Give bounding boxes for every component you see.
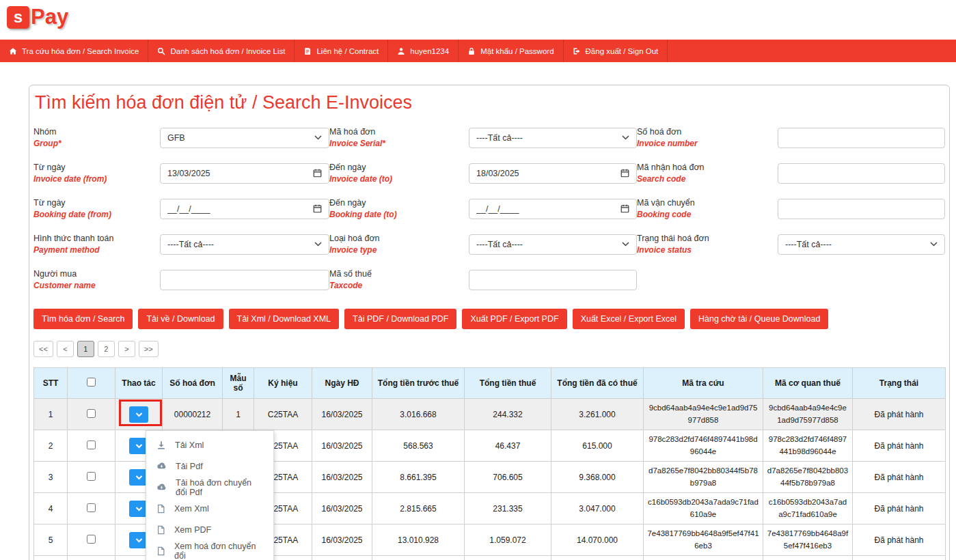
booking-code-input[interactable] bbox=[778, 199, 945, 219]
cell-tax-amount: 706.605 bbox=[465, 462, 551, 493]
invoice-date-to-input[interactable]: 18/03/2025 bbox=[469, 163, 637, 184]
column-header: Tổng tiền trước thuế bbox=[372, 368, 465, 399]
cell-lookup-code: c16b0593db2043a7ada9c71fad610a9e bbox=[644, 493, 763, 524]
pagination-first[interactable]: << bbox=[33, 341, 53, 357]
pagination-next[interactable]: > bbox=[118, 341, 135, 357]
label-vi: Đến ngày bbox=[329, 198, 462, 208]
cell-invoice-number: 00000212 bbox=[163, 399, 223, 430]
label-en: Booking code bbox=[637, 210, 771, 219]
cell-invoice-date: 16/03/2025 bbox=[312, 493, 372, 524]
table-header-row: STTThao tácSố hoá đơnMẫu sốKý hiệuNgày H… bbox=[34, 368, 946, 399]
search-code-input[interactable] bbox=[778, 163, 945, 184]
booking-date-to-field-cell: __/__/____ bbox=[469, 199, 637, 219]
nav-item-account[interactable]: huyen1234 bbox=[388, 40, 459, 62]
cell-tax-amount: 46.437 bbox=[465, 430, 551, 462]
nav-item-sign-out[interactable]: Đăng xuất / Sign Out bbox=[564, 40, 668, 62]
cell-invoice-date: 16/03/2025 bbox=[312, 430, 372, 462]
menu-item-view-converted[interactable]: Xem hoá đơn chuyển đổi bbox=[146, 540, 273, 560]
taxcode-input[interactable] bbox=[469, 270, 637, 290]
pagination-page-1[interactable]: 1 bbox=[77, 341, 94, 357]
booking-date-from-input[interactable]: __/__/____ bbox=[160, 199, 329, 219]
label-en: Invoice status bbox=[637, 245, 771, 255]
menu-item-download-pdf[interactable]: Tải Pdf bbox=[146, 456, 273, 477]
column-header: Thao tác bbox=[115, 368, 163, 399]
pagination-page-2[interactable]: 2 bbox=[98, 341, 115, 357]
cell-amount-total: 3.047.000 bbox=[551, 493, 644, 524]
queue-download-button[interactable]: Hàng chờ tải / Queue Download bbox=[690, 309, 828, 329]
download-button[interactable]: Tải về / Download bbox=[138, 309, 223, 329]
column-header: Ký hiệu bbox=[254, 368, 312, 399]
invoice-number-label: Số hoá đơnInvoice number bbox=[637, 127, 778, 148]
column-header: Mã cơ quan thuế bbox=[763, 368, 853, 399]
menu-item-download-xml[interactable]: Tải Xml bbox=[146, 434, 273, 456]
group-field-cell: GFB bbox=[160, 128, 329, 148]
menu-item-view-xml[interactable]: Xem Xml bbox=[146, 498, 273, 519]
row-checkbox[interactable] bbox=[87, 409, 96, 418]
calendar-icon bbox=[313, 169, 322, 178]
taxcode-label: Mã số thuếTaxcode bbox=[329, 269, 469, 290]
cell-row-select bbox=[68, 399, 115, 430]
export-excel-button[interactable]: Xuất Excel / Export Excel bbox=[573, 309, 685, 329]
select-value: ----Tất cả---- bbox=[785, 240, 832, 249]
row-checkbox[interactable] bbox=[87, 535, 96, 544]
invoice-type-select[interactable]: ----Tất cả---- bbox=[469, 234, 637, 255]
pagination-last[interactable]: >> bbox=[139, 341, 159, 357]
chevron-down-white-icon bbox=[135, 535, 143, 545]
select-value: GFB bbox=[167, 133, 185, 143]
invoice-serial-select[interactable]: ----Tất cả---- bbox=[469, 128, 637, 148]
row-checkbox[interactable] bbox=[87, 440, 96, 449]
label-vi: Mã nhận hoá đơn bbox=[637, 163, 771, 172]
cell-status: Đã phát hành bbox=[853, 493, 946, 524]
navbar: Tra cứu hóa đơn / Search InvoiceDanh sác… bbox=[0, 40, 956, 62]
nav-item-search-invoice[interactable]: Tra cứu hóa đơn / Search Invoice bbox=[0, 40, 148, 62]
cloud-download-icon bbox=[156, 482, 167, 492]
customer-name-field-cell bbox=[160, 270, 329, 290]
nav-item-password[interactable]: Mật khẩu / Password bbox=[459, 40, 563, 62]
select-all-checkbox[interactable] bbox=[87, 378, 96, 387]
download-xml-button[interactable]: Tải Xml / Download XML bbox=[229, 309, 340, 329]
menu-item-view-pdf[interactable]: Xem PDF bbox=[146, 519, 273, 540]
menu-item-download-converted-pdf[interactable]: Tải hoá đơn chuyển đổi Pdf bbox=[146, 477, 273, 498]
payment-method-select[interactable]: ----Tất cả---- bbox=[160, 234, 329, 255]
cell-amount-total: 615.000 bbox=[551, 430, 644, 462]
customer-name-input[interactable] bbox=[160, 270, 329, 290]
menu-item-label: Tải hoá đơn chuyển đổi Pdf bbox=[176, 478, 263, 497]
booking-date-to-input[interactable]: __/__/____ bbox=[469, 199, 637, 219]
invoice-date-from-input[interactable]: 13/03/2025 bbox=[160, 163, 329, 184]
chevron-down-icon bbox=[622, 242, 629, 247]
export-pdf-button[interactable]: Xuất PDF / Export PDF bbox=[462, 309, 566, 329]
search-button[interactable]: Tìm hóa đơn / Search bbox=[33, 309, 133, 329]
label-vi: Từ ngày bbox=[33, 163, 153, 172]
cell-invoice-date: 16/03/2025 bbox=[312, 399, 372, 430]
invoice-serial-field-cell: ----Tất cả---- bbox=[469, 128, 637, 148]
download-pdf-button[interactable]: Tải PDF / Download PDF bbox=[344, 309, 456, 329]
nav-item-invoice-list[interactable]: Danh sách hoá đơn / Invoice List bbox=[148, 40, 295, 62]
row-checkbox[interactable] bbox=[87, 503, 96, 512]
column-header: Trạng thái bbox=[853, 368, 946, 399]
row-checkbox[interactable] bbox=[87, 472, 96, 481]
row-actions-button[interactable] bbox=[129, 406, 148, 423]
group-select[interactable]: GFB bbox=[160, 128, 329, 148]
label-en: Payment method bbox=[33, 245, 153, 255]
chevron-down-white-icon bbox=[135, 409, 143, 419]
label-vi: Loại hoá đơn bbox=[329, 234, 462, 243]
cell-row-select bbox=[68, 430, 115, 462]
label-en: Invoice Serial* bbox=[329, 139, 462, 148]
cell-tax-amount: 231.335 bbox=[465, 493, 551, 524]
label-en: Invoice date (from) bbox=[33, 174, 153, 184]
label-vi: Người mua bbox=[33, 269, 153, 279]
cell-row-select bbox=[68, 524, 115, 556]
search-form: NhómGroup*GFBMã hoá đơnInvoice Serial*--… bbox=[33, 127, 945, 290]
nav-item-contract[interactable]: Liên hệ / Contract bbox=[295, 40, 388, 62]
invoice-number-input[interactable] bbox=[778, 128, 945, 148]
column-header: STT bbox=[34, 368, 68, 399]
invoice-date-from-field-cell: 13/03/2025 bbox=[160, 163, 329, 184]
cell-amount-pre-tax: 568.563 bbox=[372, 430, 465, 462]
cell-amount-total: 14.070.000 bbox=[551, 524, 644, 556]
app-logo[interactable]: s Pay bbox=[7, 5, 68, 29]
download-icon bbox=[156, 440, 166, 450]
pagination-prev[interactable]: < bbox=[57, 341, 74, 357]
invoice-status-select[interactable]: ----Tất cả---- bbox=[778, 234, 945, 255]
lock-icon bbox=[467, 47, 476, 55]
booking-code-label: Mã vận chuyểnBooking code bbox=[637, 198, 778, 219]
